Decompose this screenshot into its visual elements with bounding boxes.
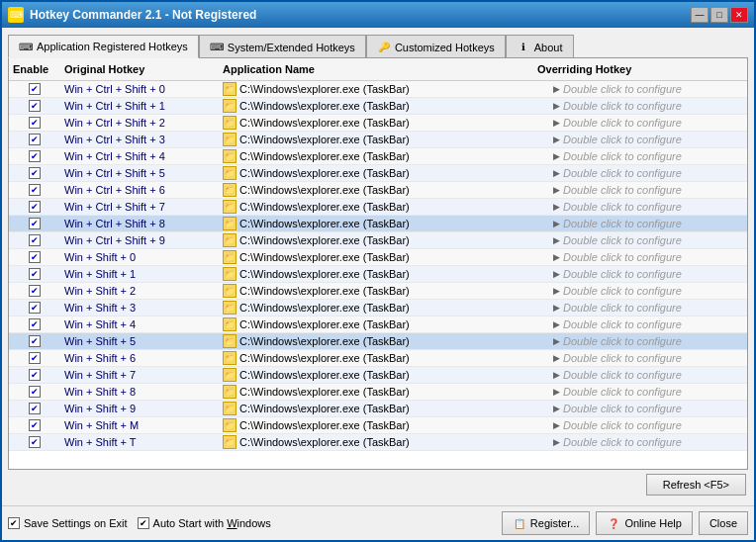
auto-start-label[interactable]: ✔ Auto Start with Windows [138,517,271,529]
cell-override[interactable]: ▶Double click to configure [549,435,747,449]
table-row[interactable]: ✔Win + Shift + 1📁C:\Windows\explorer.exe… [9,266,747,283]
minimize-button[interactable]: — [691,7,709,23]
cell-override[interactable]: ▶Double click to configure [549,217,747,230]
table-row[interactable]: ✔Win + Ctrl + Shift + 2📁C:\Windows\explo… [9,115,747,132]
save-settings-label[interactable]: ✔ Save Settings on Exit [8,517,128,529]
auto-start-checkbox[interactable]: ✔ [138,517,149,529]
cell-hotkey: Win + Ctrl + Shift + 5 [60,166,219,180]
cell-app: 📁C:\Windows\explorer.exe (TaskBar) [219,283,549,299]
row-checkbox[interactable]: ✔ [29,335,41,347]
table-row[interactable]: ✔Win + Ctrl + Shift + 9📁C:\Windows\explo… [9,232,747,249]
cell-override[interactable]: ▶Double click to configure [549,183,747,197]
table-row[interactable]: ✔Win + Ctrl + Shift + 3📁C:\Windows\explo… [9,132,747,148]
table-row[interactable]: ✔Win + Shift + 6📁C:\Windows\explorer.exe… [9,350,747,367]
table-row[interactable]: ✔Win + Ctrl + Shift + 1📁C:\Windows\explo… [9,98,747,115]
row-checkbox[interactable]: ✔ [29,201,41,213]
cell-hotkey: Win + Shift + 7 [60,368,219,382]
cell-override[interactable]: ▶Double click to configure [549,351,747,365]
cell-override[interactable]: ▶Double click to configure [549,402,747,415]
cell-override[interactable]: ▶Double click to configure [549,82,747,96]
register-icon: 📋 [513,516,526,530]
tab-custom-hotkeys-icon: 🔑 [377,41,391,54]
cell-app: 📁C:\Windows\explorer.exe (TaskBar) [219,266,549,282]
online-help-button[interactable]: ❓ Online Help [596,511,692,535]
cell-override[interactable]: ▶Double click to configure [549,301,747,315]
arrow-icon: ▶ [553,420,560,430]
cell-override[interactable]: ▶Double click to configure [549,284,747,298]
close-title-button[interactable]: ✕ [730,7,748,23]
row-checkbox[interactable]: ✔ [29,150,41,162]
cell-override[interactable]: ▶Double click to configure [549,334,747,348]
save-settings-checkbox[interactable]: ✔ [8,517,20,529]
maximize-button[interactable]: □ [710,7,728,23]
register-button[interactable]: 📋 Register... [502,511,591,535]
cell-enable: ✔ [9,385,60,399]
row-checkbox[interactable]: ✔ [29,218,41,229]
row-checkbox[interactable]: ✔ [29,352,41,364]
cell-override[interactable]: ▶Double click to configure [549,166,747,180]
table-row[interactable]: ✔Win + Shift + 2📁C:\Windows\explorer.exe… [9,283,747,300]
cell-override[interactable]: ▶Double click to configure [549,418,747,432]
row-checkbox[interactable]: ✔ [29,419,41,431]
cell-enable: ✔ [9,217,60,230]
tab-sys-hotkeys[interactable]: ⌨ System/Extended Hotkeys [199,35,366,58]
row-checkbox[interactable]: ✔ [29,386,41,398]
tab-custom-hotkeys[interactable]: 🔑 Customized Hotkeys [366,35,506,58]
table-row[interactable]: ✔Win + Ctrl + Shift + 4📁C:\Windows\explo… [9,148,747,165]
table-row[interactable]: ✔Win + Shift + 4📁C:\Windows\explorer.exe… [9,316,747,333]
cell-enable: ✔ [9,317,60,331]
row-checkbox[interactable]: ✔ [29,234,41,246]
row-checkbox[interactable]: ✔ [29,268,41,280]
tab-app-hotkeys[interactable]: ⌨ Application Registered Hotkeys [8,35,199,58]
cell-override[interactable]: ▶Double click to configure [549,149,747,163]
app-file-icon: 📁 [223,82,236,96]
arrow-icon: ▶ [553,387,560,397]
table-row[interactable]: ✔Win + Shift + 9📁C:\Windows\explorer.exe… [9,401,747,417]
row-checkbox[interactable]: ✔ [29,285,41,297]
cell-override[interactable]: ▶Double click to configure [549,99,747,113]
table-row[interactable]: ✔Win + Ctrl + Shift + 5📁C:\Windows\explo… [9,165,747,182]
cell-override[interactable]: ▶Double click to configure [549,116,747,130]
row-checkbox[interactable]: ✔ [29,403,41,414]
cell-override[interactable]: ▶Double click to configure [549,233,747,247]
table-row[interactable]: ✔Win + Shift + 5📁C:\Windows\explorer.exe… [9,333,747,350]
arrow-icon: ▶ [553,269,560,279]
cell-enable: ✔ [9,402,60,415]
override-text: Double click to configure [563,83,682,95]
cell-override[interactable]: ▶Double click to configure [549,267,747,281]
table-body[interactable]: ✔Win + Ctrl + Shift + 0📁C:\Windows\explo… [9,81,747,469]
row-checkbox[interactable]: ✔ [29,167,41,179]
tab-about[interactable]: ℹ About [506,35,574,58]
cell-override[interactable]: ▶Double click to configure [549,385,747,399]
row-checkbox[interactable]: ✔ [29,251,41,263]
row-checkbox[interactable]: ✔ [29,117,41,129]
row-checkbox[interactable]: ✔ [29,302,41,314]
table-row[interactable]: ✔Win + Shift + T📁C:\Windows\explorer.exe… [9,434,747,451]
row-checkbox[interactable]: ✔ [29,134,41,145]
cell-override[interactable]: ▶Double click to configure [549,133,747,146]
cell-override[interactable]: ▶Double click to configure [549,317,747,331]
row-checkbox[interactable]: ✔ [29,369,41,381]
row-checkbox[interactable]: ✔ [29,83,41,95]
row-checkbox[interactable]: ✔ [29,318,41,330]
table-row[interactable]: ✔Win + Ctrl + Shift + 8📁C:\Windows\explo… [9,216,747,232]
table-row[interactable]: ✔Win + Shift + M📁C:\Windows\explorer.exe… [9,417,747,434]
table-row[interactable]: ✔Win + Shift + 0📁C:\Windows\explorer.exe… [9,249,747,266]
close-button[interactable]: Close [699,511,748,535]
content-area: ⌨ Application Registered Hotkeys ⌨ Syste… [2,28,754,505]
row-checkbox[interactable]: ✔ [29,100,41,112]
table-row[interactable]: ✔Win + Ctrl + Shift + 6📁C:\Windows\explo… [9,182,747,199]
cell-override[interactable]: ▶Double click to configure [549,250,747,264]
cell-override[interactable]: ▶Double click to configure [549,368,747,382]
cell-enable: ✔ [9,368,60,382]
table-row[interactable]: ✔Win + Shift + 8📁C:\Windows\explorer.exe… [9,384,747,401]
table-row[interactable]: ✔Win + Shift + 3📁C:\Windows\explorer.exe… [9,300,747,316]
table-row[interactable]: ✔Win + Ctrl + Shift + 7📁C:\Windows\explo… [9,199,747,216]
row-checkbox[interactable]: ✔ [29,184,41,196]
row-checkbox[interactable]: ✔ [29,436,41,448]
refresh-button[interactable]: Refresh <F5> [646,474,746,496]
table-row[interactable]: ✔Win + Shift + 7📁C:\Windows\explorer.exe… [9,367,747,384]
table-row[interactable]: ✔Win + Ctrl + Shift + 0📁C:\Windows\explo… [9,81,747,98]
cell-override[interactable]: ▶Double click to configure [549,200,747,214]
override-text: Double click to configure [563,100,682,112]
